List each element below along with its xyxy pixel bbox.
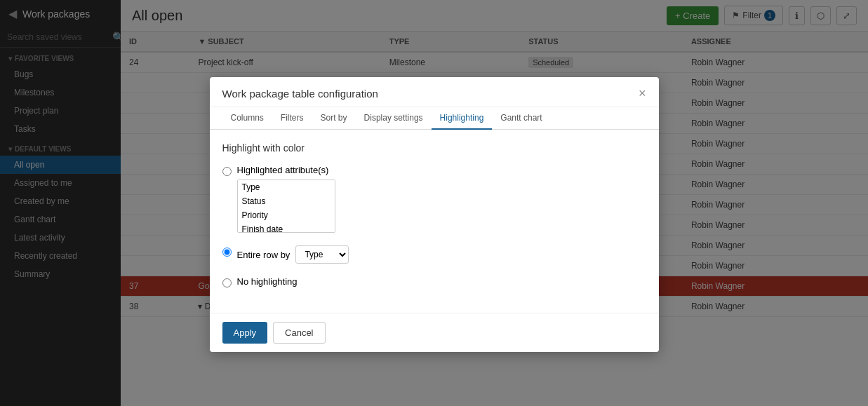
highlighted-attributes-label: Highlighted attribute(s) Type Status Pri… <box>237 165 335 233</box>
no-highlighting-option: No highlighting <box>222 276 646 287</box>
modal-overlay: Work package table configuration × Colum… <box>0 0 868 406</box>
tab-gantt-chart[interactable]: Gantt chart <box>492 107 550 130</box>
tab-highlighting[interactable]: Highlighting <box>432 107 493 130</box>
entire-row-radio[interactable] <box>222 248 232 257</box>
entire-row-label: Entire row by Type Status Priority <box>237 245 349 264</box>
apply-button[interactable]: Apply <box>222 322 268 344</box>
attributes-listbox[interactable]: Type Status Priority Finish date <box>237 180 335 233</box>
modal-footer: Apply Cancel <box>210 313 659 352</box>
tab-sort-by[interactable]: Sort by <box>312 107 356 130</box>
no-highlighting-label: No highlighting <box>237 276 298 287</box>
highlighted-attributes-radio[interactable] <box>222 167 232 176</box>
entire-row-select[interactable]: Type Status Priority <box>295 245 349 264</box>
tab-display-settings[interactable]: Display settings <box>356 107 432 130</box>
modal-header: Work package table configuration × <box>210 77 659 107</box>
no-highlighting-radio[interactable] <box>222 278 232 287</box>
modal-tabs: Columns Filters Sort by Display settings… <box>210 107 659 130</box>
cancel-button[interactable]: Cancel <box>273 322 325 344</box>
tab-filters[interactable]: Filters <box>272 107 312 130</box>
highlight-section-title: Highlight with color <box>222 142 646 154</box>
tab-columns[interactable]: Columns <box>222 107 272 130</box>
modal-title: Work package table configuration <box>222 88 378 100</box>
entire-row-option: Entire row by Type Status Priority <box>222 245 646 264</box>
modal-body: Highlight with color Highlighted attribu… <box>210 130 659 313</box>
config-modal: Work package table configuration × Colum… <box>210 77 659 352</box>
highlighted-attributes-option: Highlighted attribute(s) Type Status Pri… <box>222 165 646 233</box>
modal-close-button[interactable]: × <box>639 87 646 100</box>
